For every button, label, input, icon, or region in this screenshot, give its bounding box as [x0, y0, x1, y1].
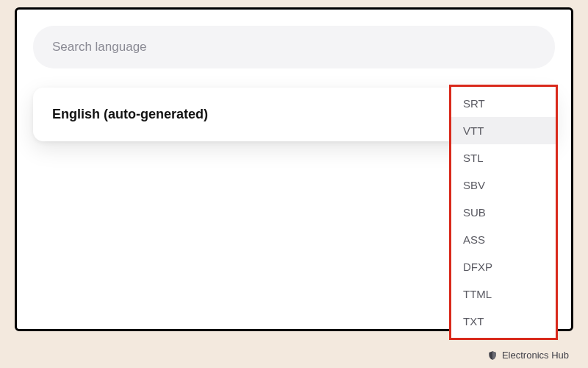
format-option-ass[interactable]: ASS	[451, 226, 556, 253]
format-option-vtt[interactable]: VTT	[451, 117, 556, 144]
language-card[interactable]: English (auto-generated) SRTVTTSTLSBVSUB…	[33, 88, 555, 141]
format-option-label: SRT	[463, 97, 485, 110]
format-option-label: SUB	[463, 206, 486, 219]
language-label: English (auto-generated)	[52, 107, 208, 122]
format-option-label: SBV	[463, 179, 485, 191]
format-option-sbv[interactable]: SBV	[451, 171, 556, 199]
watermark: Electronics Hub	[487, 350, 569, 361]
format-option-sub[interactable]: SUB	[451, 199, 556, 226]
format-option-label: STL	[463, 152, 484, 164]
shield-icon	[487, 350, 498, 361]
format-option-stl[interactable]: STL	[451, 144, 556, 171]
format-option-dfxp[interactable]: DFXP	[451, 253, 556, 280]
format-option-label: TTML	[463, 288, 492, 300]
format-option-ttml[interactable]: TTML	[451, 280, 556, 308]
format-option-srt[interactable]: SRT	[451, 90, 556, 117]
format-option-label: TXT	[463, 315, 484, 328]
search-placeholder: Search language	[52, 40, 147, 54]
watermark-text: Electronics Hub	[502, 350, 569, 361]
format-option-label: VTT	[463, 124, 484, 137]
format-option-txt[interactable]: TXT	[451, 308, 556, 335]
search-language-input[interactable]: Search language	[33, 26, 555, 68]
subtitle-format-dropdown[interactable]: SRTVTTSTLSBVSUBASSDFXPTTMLTXT	[449, 85, 558, 340]
main-panel: Search language English (auto-generated)…	[15, 7, 573, 331]
format-option-label: ASS	[463, 233, 485, 246]
format-option-label: DFXP	[463, 261, 492, 273]
